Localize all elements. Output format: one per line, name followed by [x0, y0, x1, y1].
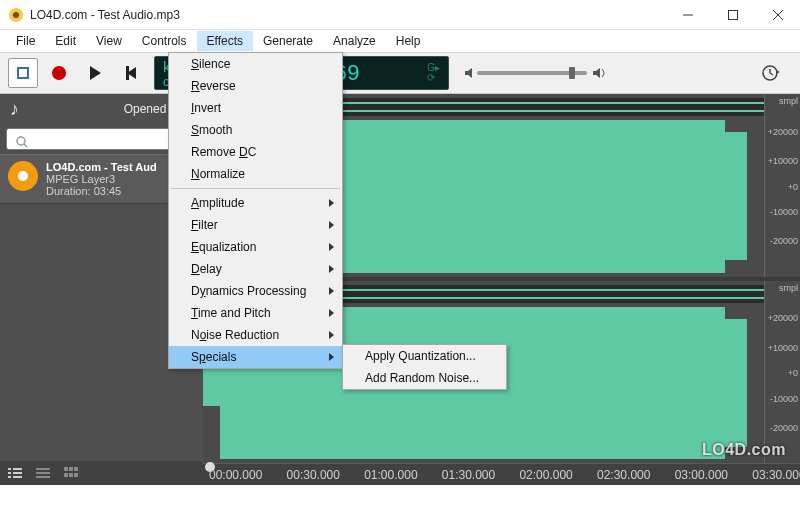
menu-remove-dc[interactable]: Remove DC	[169, 141, 342, 163]
timeline-label: 01:00.000	[364, 468, 417, 482]
close-button[interactable]	[755, 0, 800, 30]
timeline-label: 03:00.000	[675, 468, 728, 482]
menu-specials[interactable]: Specials Apply Quantization... Add Rando…	[169, 346, 342, 368]
titlebar: LO4D.com - Test Audio.mp3	[0, 0, 800, 30]
effects-dropdown: Silence Reverse Invert Smooth Remove DC …	[168, 52, 343, 369]
menu-silence[interactable]: Silence	[169, 53, 342, 75]
menu-equalization[interactable]: Equalization	[169, 236, 342, 258]
svg-marker-11	[776, 70, 780, 74]
svg-rect-27	[69, 473, 73, 477]
menu-file[interactable]: File	[6, 31, 45, 51]
menu-time-pitch[interactable]: Time and Pitch	[169, 302, 342, 324]
toolbar: kHz o -0000: 3:12.269 G▸⟳	[0, 52, 800, 94]
menu-reverse[interactable]: Reverse	[169, 75, 342, 97]
maximize-button[interactable]	[710, 0, 755, 30]
svg-point-12	[17, 137, 25, 145]
timeline-label: 01:30.000	[442, 468, 495, 482]
volume-high-icon	[591, 66, 609, 80]
workspace: ♪ Opened Files LO4D.com - Test Aud MPEG …	[0, 94, 800, 485]
timeline-label: 02:00.000	[519, 468, 572, 482]
ruler-label: +0	[788, 182, 798, 192]
time-flags-icon: G▸⟳	[427, 63, 440, 83]
play-button[interactable]	[80, 58, 110, 88]
svg-rect-17	[13, 472, 22, 474]
ruler-label: -20000	[770, 236, 798, 246]
record-button[interactable]	[44, 58, 74, 88]
ruler-label: +20000	[768, 313, 798, 323]
menu-dynamics[interactable]: Dynamics Processing	[169, 280, 342, 302]
file-duration: Duration: 03:45	[46, 185, 157, 197]
view-list-icon[interactable]	[8, 467, 22, 479]
menu-view[interactable]: View	[86, 31, 132, 51]
timeline-label: 03:30.000	[752, 468, 800, 482]
menu-help[interactable]: Help	[386, 31, 431, 51]
file-disc-icon	[8, 161, 38, 191]
minimize-button[interactable]	[665, 0, 710, 30]
svg-rect-22	[36, 476, 50, 478]
ruler-label: +20000	[768, 127, 798, 137]
svg-rect-24	[69, 467, 73, 471]
view-details-icon[interactable]	[36, 467, 50, 479]
svg-point-1	[13, 12, 19, 18]
ruler-label: -20000	[770, 423, 798, 433]
svg-rect-18	[8, 476, 11, 478]
svg-marker-7	[593, 68, 600, 78]
ruler-label: +0	[788, 368, 798, 378]
history-button[interactable]	[756, 58, 786, 88]
svg-rect-14	[8, 468, 11, 470]
sidebar-footer	[0, 461, 203, 485]
menu-noise-reduction[interactable]: Noise Reduction	[169, 324, 342, 346]
search-icon	[16, 136, 28, 148]
ruler-label: -10000	[770, 207, 798, 217]
view-grid-icon[interactable]	[64, 467, 78, 479]
file-title: LO4D.com - Test Aud	[46, 161, 157, 173]
svg-rect-3	[728, 10, 737, 19]
svg-rect-28	[74, 473, 78, 477]
amplitude-ruler-left: smpl +20000 +10000 +0 -10000 -20000	[764, 94, 800, 277]
menu-analyze[interactable]: Analyze	[323, 31, 386, 51]
menu-controls[interactable]: Controls	[132, 31, 197, 51]
menu-invert[interactable]: Invert	[169, 97, 342, 119]
menu-effects[interactable]: Effects	[197, 31, 253, 51]
skip-back-button[interactable]	[116, 58, 146, 88]
svg-rect-19	[13, 476, 22, 478]
volume-low-icon	[463, 66, 477, 80]
app-icon	[8, 7, 24, 23]
ruler-label: +10000	[768, 156, 798, 166]
ruler-label: smpl	[779, 96, 798, 106]
menubar: File Edit View Controls Effects Generate…	[0, 30, 800, 52]
menu-edit[interactable]: Edit	[45, 31, 86, 51]
svg-rect-20	[36, 468, 50, 470]
svg-rect-21	[36, 472, 50, 474]
svg-rect-26	[64, 473, 68, 477]
ruler-label: +10000	[768, 343, 798, 353]
timeline-label: 00:00.000	[209, 468, 262, 482]
ruler-label: smpl	[779, 283, 798, 293]
menu-filter[interactable]: Filter	[169, 214, 342, 236]
svg-rect-15	[13, 468, 22, 470]
volume-slider[interactable]	[477, 71, 587, 75]
clock-icon	[762, 64, 780, 82]
menu-delay[interactable]: Delay	[169, 258, 342, 280]
svg-rect-25	[74, 467, 78, 471]
menu-smooth[interactable]: Smooth	[169, 119, 342, 141]
stop-button[interactable]	[8, 58, 38, 88]
file-codec: MPEG Layer3	[46, 173, 157, 185]
menu-normalize[interactable]: Normalize	[169, 163, 342, 185]
window-title: LO4D.com - Test Audio.mp3	[30, 8, 665, 22]
timeline-label: 00:30.000	[287, 468, 340, 482]
specials-submenu: Apply Quantization... Add Random Noise..…	[342, 344, 507, 390]
svg-line-13	[24, 144, 27, 147]
menu-generate[interactable]: Generate	[253, 31, 323, 51]
svg-marker-6	[465, 68, 472, 78]
watermark: LO4D.com	[702, 441, 786, 459]
menu-amplitude[interactable]: Amplitude	[169, 192, 342, 214]
amplitude-ruler-right: smpl +20000 +10000 +0 -10000 -20000	[764, 281, 800, 464]
music-note-icon: ♪	[10, 99, 19, 120]
menu-add-random-noise[interactable]: Add Random Noise...	[343, 367, 506, 389]
volume-control[interactable]	[463, 66, 609, 80]
svg-line-10	[770, 73, 773, 75]
timeline[interactable]: 00:00.000 00:30.000 01:00.000 01:30.000 …	[203, 463, 800, 485]
svg-rect-23	[64, 467, 68, 471]
menu-apply-quantization[interactable]: Apply Quantization...	[343, 345, 506, 367]
